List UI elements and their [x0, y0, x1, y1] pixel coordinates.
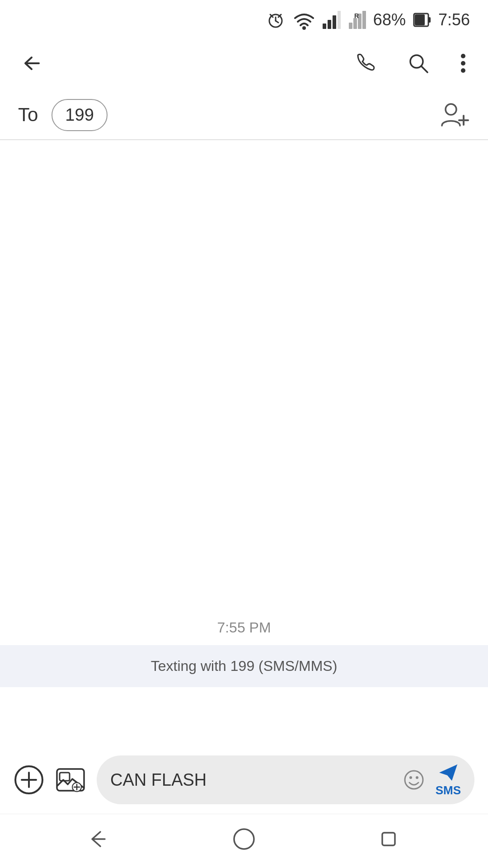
svg-rect-13 [362, 11, 366, 29]
nav-home-button[interactable] [231, 826, 257, 852]
main-content: 7:55 PM Texting with 199 (SMS/MMS) [0, 140, 488, 701]
back-button[interactable] [18, 48, 48, 78]
svg-rect-16 [415, 14, 425, 25]
info-banner-text: Texting with 199 (SMS/MMS) [151, 658, 338, 674]
svg-point-36 [416, 776, 418, 779]
message-input[interactable] [110, 770, 396, 790]
svg-rect-8 [333, 15, 336, 29]
battery-icon [413, 10, 431, 30]
svg-line-2 [276, 21, 278, 23]
emoji-icon [403, 769, 425, 791]
message-timestamp: 7:55 PM [217, 610, 271, 645]
app-bar [0, 36, 488, 90]
more-dots-icon [460, 52, 466, 75]
svg-point-23 [446, 104, 456, 115]
svg-rect-38 [382, 833, 395, 845]
svg-point-20 [461, 54, 465, 58]
wifi-icon [293, 10, 315, 30]
back-arrow-icon [22, 52, 44, 75]
nav-recents-icon [376, 826, 401, 852]
to-field: To 199 [0, 90, 488, 140]
alarm-icon [266, 10, 286, 30]
nav-bar [0, 814, 488, 868]
svg-point-35 [409, 776, 412, 779]
media-picker-button[interactable] [55, 764, 86, 795]
svg-rect-11 [353, 18, 357, 29]
svg-point-34 [405, 771, 423, 789]
svg-rect-7 [328, 20, 331, 29]
recipient-chip[interactable]: 199 [52, 99, 107, 131]
image-picker-icon [55, 764, 86, 795]
svg-line-19 [421, 66, 427, 72]
svg-point-5 [302, 26, 306, 30]
add-circle-icon [14, 764, 44, 795]
app-bar-right [350, 48, 470, 79]
info-banner: Texting with 199 (SMS/MMS) [0, 645, 488, 687]
search-icon [407, 52, 430, 75]
svg-rect-9 [338, 11, 341, 29]
send-icon [437, 763, 459, 783]
svg-rect-6 [323, 24, 326, 29]
add-contact-icon [438, 101, 470, 128]
nav-back-button[interactable] [87, 826, 112, 852]
nav-recents-button[interactable] [376, 826, 401, 852]
add-contact-button[interactable] [438, 101, 470, 128]
call-button[interactable] [350, 48, 380, 79]
status-icons: R 68% 7:56 [266, 10, 470, 30]
emoji-button[interactable] [403, 769, 425, 791]
nav-home-icon [231, 826, 257, 852]
status-time: 7:56 [438, 10, 470, 29]
svg-point-21 [461, 61, 465, 66]
message-input-container: SMS [97, 755, 474, 804]
search-button[interactable] [403, 48, 434, 79]
roaming-icon: R [348, 10, 366, 30]
battery-percent: 68% [373, 10, 406, 29]
send-button[interactable]: SMS [436, 763, 461, 797]
to-label: To [18, 104, 38, 126]
svg-rect-17 [428, 17, 431, 23]
svg-rect-10 [349, 23, 352, 29]
message-area: 7:55 PM Texting with 199 (SMS/MMS) [0, 140, 488, 701]
recipient-number: 199 [65, 105, 94, 125]
app-bar-left [18, 48, 48, 78]
status-bar: R 68% 7:56 [0, 0, 488, 36]
svg-text:R: R [354, 12, 359, 19]
more-options-button[interactable] [456, 48, 470, 79]
phone-icon [353, 52, 377, 75]
input-area: SMS [0, 746, 488, 814]
add-attachment-button[interactable] [14, 764, 44, 795]
nav-back-icon [87, 826, 112, 852]
signal-icon [323, 10, 341, 30]
svg-point-22 [461, 68, 465, 73]
svg-point-37 [234, 829, 254, 849]
svg-rect-30 [60, 773, 70, 781]
send-type-label: SMS [436, 783, 461, 797]
